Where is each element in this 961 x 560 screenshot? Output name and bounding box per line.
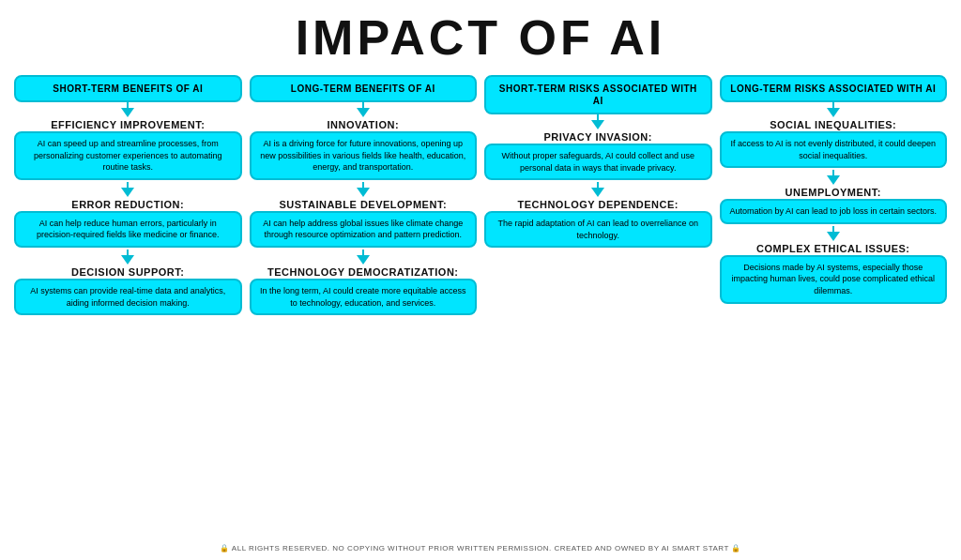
content-box-col1-0: AI can speed up and streamline processes… xyxy=(14,131,242,180)
section-col2-2: TECHNOLOGY DEMOCRATIZATION:In the long t… xyxy=(250,265,478,315)
section-title-col3-1: TECHNOLOGY DEPENDENCE: xyxy=(484,197,712,211)
section-title-col2-1: SUSTAINABLE DEVELOPMENT: xyxy=(250,197,478,211)
arrow-connector-col1-2 xyxy=(14,250,242,265)
arrow-connector-col1-1 xyxy=(14,182,242,197)
header-box-col4: LONG-TERM RISKS ASSOCIATED WITH AI xyxy=(720,75,948,102)
section-title-col3-0: PRIVACY INVASION: xyxy=(484,129,712,144)
section-col3-0: PRIVACY INVASION:Without proper safeguar… xyxy=(484,129,712,180)
arrow-connector-col1-0 xyxy=(14,102,242,117)
column-col3: SHORT-TERM RISKS ASSOCIATED WITH AIPRIVA… xyxy=(484,75,712,538)
content-box-col4-0: If access to AI is not evenly distribute… xyxy=(720,131,948,168)
content-box-col3-0: Without proper safeguards, AI could coll… xyxy=(484,144,712,180)
arrow-connector-col4-1 xyxy=(720,170,948,185)
section-col3-1: TECHNOLOGY DEPENDENCE:The rapid adaptati… xyxy=(484,197,712,248)
section-col1-0: EFFICIENCY IMPROVEMENT:AI can speed up a… xyxy=(14,117,242,180)
columns-wrapper: SHORT-TERM BENEFITS OF AIEFFICIENCY IMPR… xyxy=(14,75,947,538)
column-col2: LONG-TERM BENEFITS OF AIINNOVATION:AI is… xyxy=(250,75,478,538)
section-col4-0: SOCIAL INEQUALITIES:If access to AI is n… xyxy=(720,117,948,168)
column-col4: LONG-TERM RISKS ASSOCIATED WITH AISOCIAL… xyxy=(720,75,948,538)
arrow-connector-col3-0 xyxy=(484,114,712,129)
section-col1-1: ERROR REDUCTION:AI can help reduce human… xyxy=(14,197,242,248)
content-box-col4-2: Decisions made by AI systems, especially… xyxy=(720,255,948,304)
arrow-connector-col2-0 xyxy=(250,102,478,117)
section-title-col1-0: EFFICIENCY IMPROVEMENT: xyxy=(14,117,242,131)
header-box-col3: SHORT-TERM RISKS ASSOCIATED WITH AI xyxy=(484,75,712,114)
column-col1: SHORT-TERM BENEFITS OF AIEFFICIENCY IMPR… xyxy=(14,75,242,538)
arrow-connector-col3-1 xyxy=(484,182,712,197)
section-title-col2-2: TECHNOLOGY DEMOCRATIZATION: xyxy=(250,265,478,279)
page-title: IMPACT OF AI xyxy=(296,9,666,66)
content-box-col2-2: In the long term, AI could create more e… xyxy=(250,279,478,315)
section-title-col4-1: UNEMPLOYMENT: xyxy=(720,185,948,199)
section-title-col2-0: INNOVATION: xyxy=(250,117,478,131)
section-col4-2: COMPLEX ETHICAL ISSUES:Decisions made by… xyxy=(720,241,948,304)
arrow-connector-col4-2 xyxy=(720,226,948,241)
arrow-connector-col2-1 xyxy=(250,182,478,197)
section-col4-1: UNEMPLOYMENT:Automation by AI can lead t… xyxy=(720,185,948,224)
section-title-col4-0: SOCIAL INEQUALITIES: xyxy=(720,117,948,131)
content-box-col4-1: Automation by AI can lead to job loss in… xyxy=(720,199,948,224)
section-title-col1-1: ERROR REDUCTION: xyxy=(14,197,242,211)
section-col1-2: DECISION SUPPORT:AI systems can provide … xyxy=(14,265,242,315)
content-box-col2-0: AI is a driving force for future innovat… xyxy=(250,131,478,180)
section-title-col1-2: DECISION SUPPORT: xyxy=(14,265,242,279)
arrow-connector-col4-0 xyxy=(720,102,948,117)
content-box-col1-2: AI systems can provide real-time data an… xyxy=(14,279,242,315)
page: IMPACT OF AI SHORT-TERM BENEFITS OF AIEF… xyxy=(0,0,961,560)
content-box-col1-1: AI can help reduce human errors, particu… xyxy=(14,211,242,248)
section-col2-1: SUSTAINABLE DEVELOPMENT:AI can help addr… xyxy=(250,197,478,248)
content-box-col2-1: AI can help address global issues like c… xyxy=(250,211,478,248)
header-box-col2: LONG-TERM BENEFITS OF AI xyxy=(250,75,478,102)
section-col2-0: INNOVATION:AI is a driving force for fut… xyxy=(250,117,478,180)
section-title-col4-2: COMPLEX ETHICAL ISSUES: xyxy=(720,241,948,255)
arrow-connector-col2-2 xyxy=(250,250,478,265)
footer-text: 🔒 ALL RIGHTS RESERVED. NO COPYING WITHOU… xyxy=(220,544,741,552)
content-box-col3-1: The rapid adaptation of AI can lead to o… xyxy=(484,211,712,248)
header-box-col1: SHORT-TERM BENEFITS OF AI xyxy=(14,75,242,102)
